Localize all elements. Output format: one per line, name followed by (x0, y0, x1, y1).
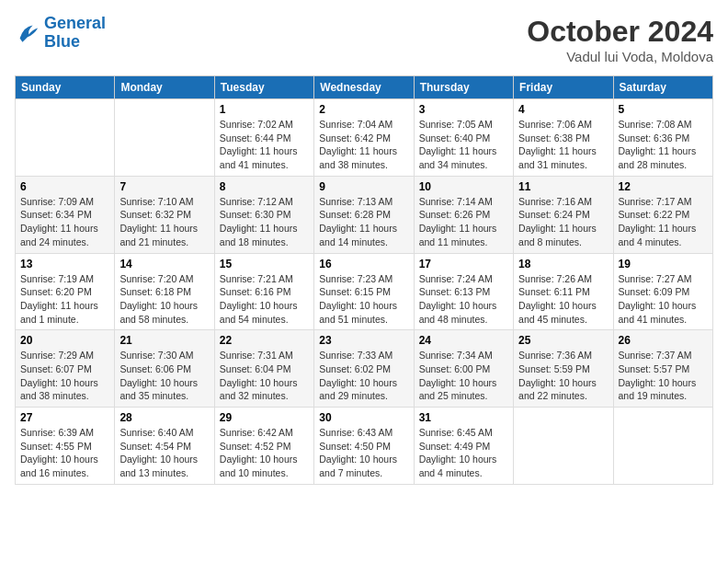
calendar-cell: 16Sunrise: 7:23 AM Sunset: 6:15 PM Dayli… (314, 253, 414, 330)
day-number: 12 (619, 180, 708, 193)
calendar-cell: 24Sunrise: 7:34 AM Sunset: 6:00 PM Dayli… (414, 330, 513, 408)
title-block: October 2024 Vadul lui Voda, Moldova (527, 15, 713, 64)
day-number: 1 (220, 103, 309, 116)
logo-bird-icon (15, 20, 40, 46)
day-info: Sunrise: 6:42 AM Sunset: 4:52 PM Dayligh… (220, 426, 309, 480)
calendar-cell: 20Sunrise: 7:29 AM Sunset: 6:07 PM Dayli… (16, 330, 115, 408)
calendar-cell: 7Sunrise: 7:10 AM Sunset: 6:32 PM Daylig… (115, 176, 214, 253)
calendar-cell: 4Sunrise: 7:06 AM Sunset: 6:38 PM Daylig… (514, 99, 613, 177)
day-number: 22 (220, 334, 309, 347)
weekday-tuesday: Tuesday (214, 76, 313, 99)
day-info: Sunrise: 7:26 AM Sunset: 6:11 PM Dayligh… (518, 272, 608, 327)
day-number: 15 (220, 258, 309, 270)
calendar-cell: 6Sunrise: 7:09 AM Sunset: 6:34 PM Daylig… (16, 176, 115, 253)
day-info: Sunrise: 7:33 AM Sunset: 6:02 PM Dayligh… (319, 349, 408, 403)
day-info: Sunrise: 7:36 AM Sunset: 5:59 PM Dayligh… (518, 349, 608, 403)
calendar-body: 1Sunrise: 7:02 AM Sunset: 6:44 PM Daylig… (16, 99, 713, 485)
day-number: 17 (419, 258, 508, 270)
day-number: 3 (419, 103, 508, 116)
day-info: Sunrise: 7:29 AM Sunset: 6:07 PM Dayligh… (20, 349, 109, 403)
day-info: Sunrise: 7:12 AM Sunset: 6:30 PM Dayligh… (220, 195, 309, 249)
calendar-cell (16, 99, 115, 177)
day-number: 13 (20, 258, 109, 270)
day-number: 25 (518, 334, 608, 347)
calendar-cell: 27Sunrise: 6:39 AM Sunset: 4:55 PM Dayli… (16, 408, 115, 485)
weekday-monday: Monday (115, 76, 214, 99)
day-info: Sunrise: 7:13 AM Sunset: 6:28 PM Dayligh… (319, 195, 408, 249)
calendar-cell: 2Sunrise: 7:04 AM Sunset: 6:42 PM Daylig… (314, 99, 414, 177)
day-info: Sunrise: 7:24 AM Sunset: 6:13 PM Dayligh… (419, 272, 508, 327)
week-row-2: 6Sunrise: 7:09 AM Sunset: 6:34 PM Daylig… (16, 176, 713, 253)
day-info: Sunrise: 7:16 AM Sunset: 6:24 PM Dayligh… (518, 195, 608, 249)
day-number: 5 (619, 103, 708, 116)
page-header: GeneralBlue October 2024 Vadul lui Voda,… (15, 15, 713, 64)
day-info: Sunrise: 7:02 AM Sunset: 6:44 PM Dayligh… (220, 118, 309, 172)
calendar-cell: 8Sunrise: 7:12 AM Sunset: 6:30 PM Daylig… (214, 176, 313, 253)
calendar-cell: 25Sunrise: 7:36 AM Sunset: 5:59 PM Dayli… (514, 330, 613, 408)
calendar-cell: 26Sunrise: 7:37 AM Sunset: 5:57 PM Dayli… (613, 330, 712, 408)
calendar-cell: 3Sunrise: 7:05 AM Sunset: 6:40 PM Daylig… (414, 99, 513, 177)
day-number: 10 (419, 180, 508, 193)
calendar-cell: 28Sunrise: 6:40 AM Sunset: 4:54 PM Dayli… (115, 408, 214, 485)
day-number: 28 (119, 411, 209, 424)
day-number: 2 (319, 103, 408, 116)
calendar-cell: 22Sunrise: 7:31 AM Sunset: 6:04 PM Dayli… (214, 330, 313, 408)
day-info: Sunrise: 7:20 AM Sunset: 6:18 PM Dayligh… (119, 272, 209, 327)
day-info: Sunrise: 7:14 AM Sunset: 6:26 PM Dayligh… (419, 195, 508, 249)
day-info: Sunrise: 7:05 AM Sunset: 6:40 PM Dayligh… (419, 118, 508, 172)
month-title: October 2024 (527, 15, 713, 49)
day-info: Sunrise: 7:34 AM Sunset: 6:00 PM Dayligh… (419, 349, 508, 403)
week-row-1: 1Sunrise: 7:02 AM Sunset: 6:44 PM Daylig… (16, 99, 713, 177)
calendar-cell (514, 408, 613, 485)
day-info: Sunrise: 6:39 AM Sunset: 4:55 PM Dayligh… (20, 426, 109, 480)
day-number: 7 (119, 180, 209, 193)
day-info: Sunrise: 7:30 AM Sunset: 6:06 PM Dayligh… (119, 349, 209, 403)
day-info: Sunrise: 7:04 AM Sunset: 6:42 PM Dayligh… (319, 118, 408, 172)
weekday-saturday: Saturday (613, 76, 712, 99)
calendar-cell: 1Sunrise: 7:02 AM Sunset: 6:44 PM Daylig… (214, 99, 313, 177)
weekday-sunday: Sunday (16, 76, 115, 99)
day-number: 16 (319, 258, 408, 270)
calendar-cell: 19Sunrise: 7:27 AM Sunset: 6:09 PM Dayli… (613, 253, 712, 330)
day-number: 24 (419, 334, 508, 347)
calendar-cell: 15Sunrise: 7:21 AM Sunset: 6:16 PM Dayli… (214, 253, 313, 330)
day-info: Sunrise: 7:21 AM Sunset: 6:16 PM Dayligh… (220, 272, 309, 327)
calendar-cell: 18Sunrise: 7:26 AM Sunset: 6:11 PM Dayli… (514, 253, 613, 330)
calendar-cell: 5Sunrise: 7:08 AM Sunset: 6:36 PM Daylig… (613, 99, 712, 177)
calendar-cell: 14Sunrise: 7:20 AM Sunset: 6:18 PM Dayli… (115, 253, 214, 330)
day-info: Sunrise: 6:45 AM Sunset: 4:49 PM Dayligh… (419, 426, 508, 480)
day-info: Sunrise: 7:23 AM Sunset: 6:15 PM Dayligh… (319, 272, 408, 327)
day-number: 9 (319, 180, 408, 193)
calendar-cell: 17Sunrise: 7:24 AM Sunset: 6:13 PM Dayli… (414, 253, 513, 330)
calendar-cell: 29Sunrise: 6:42 AM Sunset: 4:52 PM Dayli… (214, 408, 313, 485)
weekday-friday: Friday (514, 76, 613, 99)
day-number: 30 (319, 411, 408, 424)
calendar-cell (613, 408, 712, 485)
calendar-cell: 10Sunrise: 7:14 AM Sunset: 6:26 PM Dayli… (414, 176, 513, 253)
day-info: Sunrise: 7:17 AM Sunset: 6:22 PM Dayligh… (619, 195, 708, 249)
weekday-wednesday: Wednesday (314, 76, 414, 99)
day-number: 14 (119, 258, 209, 270)
day-number: 31 (419, 411, 508, 424)
day-number: 4 (518, 103, 608, 116)
day-info: Sunrise: 6:40 AM Sunset: 4:54 PM Dayligh… (119, 426, 209, 480)
day-number: 11 (518, 180, 608, 193)
day-number: 18 (518, 258, 608, 270)
day-number: 8 (220, 180, 309, 193)
day-number: 29 (220, 411, 309, 424)
calendar-cell: 31Sunrise: 6:45 AM Sunset: 4:49 PM Dayli… (414, 408, 513, 485)
weekday-header-row: SundayMondayTuesdayWednesdayThursdayFrid… (16, 76, 713, 99)
day-number: 23 (319, 334, 408, 347)
calendar-cell: 11Sunrise: 7:16 AM Sunset: 6:24 PM Dayli… (514, 176, 613, 253)
day-number: 27 (20, 411, 109, 424)
calendar-cell: 30Sunrise: 6:43 AM Sunset: 4:50 PM Dayli… (314, 408, 414, 485)
day-number: 26 (619, 334, 708, 347)
calendar-cell: 23Sunrise: 7:33 AM Sunset: 6:02 PM Dayli… (314, 330, 414, 408)
day-info: Sunrise: 7:08 AM Sunset: 6:36 PM Dayligh… (619, 118, 708, 172)
week-row-3: 13Sunrise: 7:19 AM Sunset: 6:20 PM Dayli… (16, 253, 713, 330)
calendar-cell: 13Sunrise: 7:19 AM Sunset: 6:20 PM Dayli… (16, 253, 115, 330)
weekday-thursday: Thursday (414, 76, 513, 99)
day-info: Sunrise: 6:43 AM Sunset: 4:50 PM Dayligh… (319, 426, 408, 480)
calendar-cell: 12Sunrise: 7:17 AM Sunset: 6:22 PM Dayli… (613, 176, 712, 253)
day-info: Sunrise: 7:27 AM Sunset: 6:09 PM Dayligh… (619, 272, 708, 327)
